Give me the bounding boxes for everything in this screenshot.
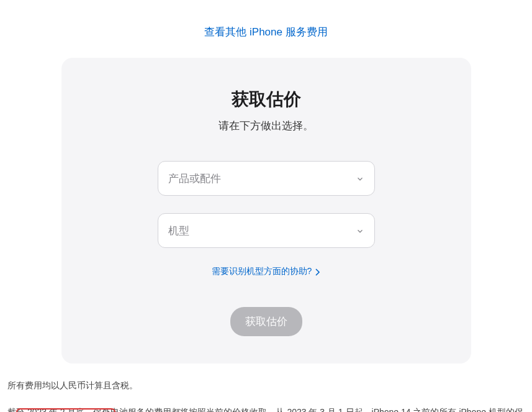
card-subtitle: 请在下方做出选择。 [86, 119, 446, 133]
footer-notes: 所有费用均以人民币计算且含税。 截至 2023 年 2 月底，保外电池服务的费用… [5, 364, 527, 412]
product-select-wrap: 产品或配件 [158, 161, 375, 196]
product-select[interactable]: 产品或配件 [158, 161, 375, 196]
other-services-link[interactable]: 查看其他 iPhone 服务费用 [204, 26, 327, 38]
other-services-link-container: 查看其他 iPhone 服务费用 [5, 0, 527, 58]
get-estimate-button[interactable]: 获取估价 [230, 307, 302, 336]
chevron-down-icon [356, 174, 364, 183]
model-select[interactable]: 机型 [158, 213, 375, 248]
footer-line2: 截至 2023 年 2 月底，保外电池服务的费用都将按照当前的价格收取。从 20… [7, 404, 525, 412]
product-select-placeholder: 产品或配件 [168, 172, 221, 186]
model-select-placeholder: 机型 [168, 224, 189, 238]
model-select-wrap: 机型 [158, 213, 375, 248]
help-link-label: 需要识别机型方面的协助? [212, 266, 312, 277]
chevron-right-icon [315, 268, 320, 275]
chevron-down-icon [356, 226, 364, 235]
card-title: 获取估价 [86, 88, 446, 111]
estimate-card: 获取估价 请在下方做出选择。 产品或配件 机型 需要识别机型方面的协助? [61, 58, 471, 364]
footer-line1: 所有费用均以人民币计算且含税。 [7, 377, 525, 394]
identify-model-help-link[interactable]: 需要识别机型方面的协助? [212, 266, 321, 277]
